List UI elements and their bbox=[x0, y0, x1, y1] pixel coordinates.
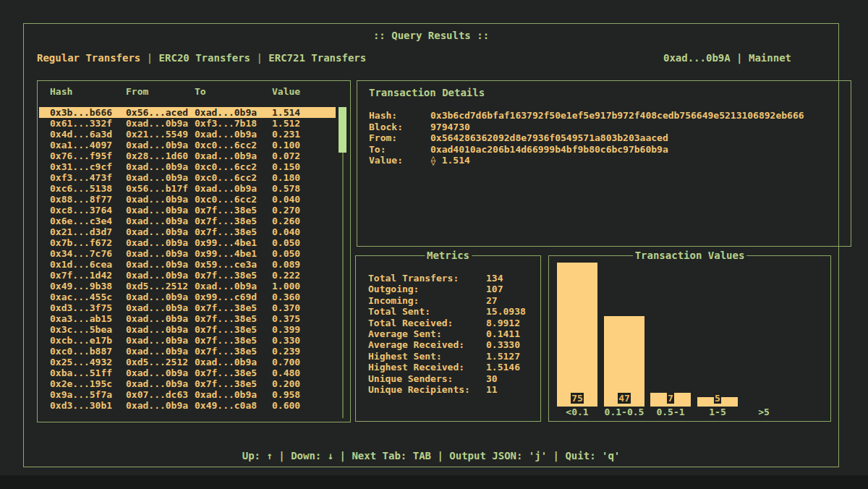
table-row[interactable]: 0x61...332f0xad...0b9a0xf3...7b181.512 bbox=[39, 118, 336, 129]
table-cell: 0xad...0b9a bbox=[126, 335, 195, 346]
table-cell: 0.239 bbox=[272, 346, 336, 357]
table-row[interactable]: 0x7b...f6720xad...0b9a0x99...4be10.050 bbox=[39, 237, 336, 248]
table-cell: 0xad...0b9a bbox=[126, 270, 195, 281]
table-cell: 0.260 bbox=[272, 216, 336, 226]
table-row[interactable]: 0x25...49320xd5...25120xad...0b9a0.700 bbox=[39, 357, 336, 367]
scrollbar-thumb[interactable] bbox=[339, 107, 346, 153]
table-cell: 0x7f...38e5 bbox=[195, 270, 272, 281]
table-cell: 0xac...455c bbox=[50, 292, 126, 302]
table-rows: 0x3b...b6660x56...aced0xad...0b9a1.5140x… bbox=[39, 107, 336, 411]
x-axis-label: 0.5-1 bbox=[650, 407, 691, 418]
table-cell: 0xad...0b9a bbox=[126, 324, 195, 335]
table-row[interactable]: 0x49...9b380xd5...25120xad...0b9a1.000 bbox=[39, 281, 336, 292]
table-row[interactable]: 0xf3...473f0xad...0b9a0xc0...6cc20.180 bbox=[39, 172, 336, 183]
tab-regular-transfers[interactable]: Regular Transfers bbox=[37, 52, 140, 64]
metrics-panel: Metrics Total Transfers:134Outgoing:107I… bbox=[355, 255, 541, 422]
table-cell: 0x59...ce3a bbox=[195, 259, 272, 270]
details-field: To:0xad4010ac206b14d66999b4bf9b80c6bc97b… bbox=[369, 144, 804, 156]
tab-erc20-transfers[interactable]: ERC20 Transfers bbox=[159, 52, 250, 64]
table-row[interactable]: 0x31...c9cf0xad...0b9a0xc0...6cc20.150 bbox=[39, 161, 336, 172]
bar-chart: 75<0.1470.1-0.570.5-151-5>5 bbox=[549, 256, 830, 421]
tabs: Regular Transfers | ERC20 Transfers | ER… bbox=[37, 52, 366, 64]
transfers-table-panel: HashFromToValue 0x3b...b6660x56...aced0x… bbox=[37, 80, 351, 422]
bar-count-label: 7 bbox=[650, 393, 691, 404]
table-cell: 0xc0...6cc2 bbox=[195, 172, 272, 183]
metric-label: Total Transfers: bbox=[368, 273, 486, 284]
table-row[interactable]: 0x2e...195c0xad...0b9a0x7f...38e50.200 bbox=[39, 378, 336, 389]
account-separator-glyph: | bbox=[736, 52, 742, 64]
field-value: 9794730 bbox=[430, 122, 470, 133]
table-cell: 0.480 bbox=[272, 367, 336, 378]
table-cell: 0x76...f95f bbox=[50, 150, 126, 161]
metric-item: Total Transfers:134 bbox=[368, 273, 526, 284]
table-row[interactable]: 0x88...8f770xad...0b9a0xc0...6cc20.040 bbox=[39, 194, 336, 205]
metric-item: Outgoing:107 bbox=[368, 284, 526, 294]
table-row[interactable]: 0xc6...51380x56...b17f0xad...0b9a0.578 bbox=[39, 183, 336, 194]
table-cell: 0xc0...6cc2 bbox=[195, 140, 272, 150]
table-row[interactable]: 0x34...7c760xad...0b9a0x99...4be10.050 bbox=[39, 248, 336, 259]
table-cell: 0.222 bbox=[272, 270, 336, 281]
table-row[interactable]: 0x7f...1d420xad...0b9a0x7f...38e50.222 bbox=[39, 270, 336, 281]
x-axis-label: 0.1-0.5 bbox=[604, 407, 644, 418]
table-cell: 0xad...0b9a bbox=[126, 161, 195, 172]
metric-item: Unique Senders:30 bbox=[368, 373, 526, 384]
table-cell: 0xd3...30b1 bbox=[50, 400, 126, 411]
table-row[interactable]: 0xa3...ab150xad...0b9a0x7f...38e50.375 bbox=[39, 313, 336, 324]
x-axis-label: >5 bbox=[744, 407, 784, 418]
table-row[interactable]: 0x1d...6cea0xad...0b9a0x59...ce3a0.089 bbox=[39, 259, 336, 270]
table-cell: 0x7f...38e5 bbox=[195, 302, 272, 313]
column-header: To bbox=[195, 86, 272, 97]
table-row[interactable]: 0xcb...e17b0xad...0b9a0x7f...38e50.330 bbox=[39, 335, 336, 346]
table-cell: 0x7f...38e5 bbox=[195, 313, 272, 324]
table-cell: 0x3b...b666 bbox=[50, 107, 126, 118]
table-row[interactable]: 0xd3...3f750xad...0b9a0x7f...38e50.370 bbox=[39, 302, 336, 313]
table-cell: 0.370 bbox=[272, 302, 336, 313]
table-row[interactable]: 0x21...d3d70xad...0b9a0x7f...38e50.040 bbox=[39, 226, 336, 237]
bar-count-label: 47 bbox=[604, 393, 644, 404]
table-cell: 0xc0...b887 bbox=[50, 346, 126, 357]
table-row[interactable]: 0xd3...30b10xad...0b9a0x49...c0a80.600 bbox=[39, 400, 336, 411]
table-cell: 0.150 bbox=[272, 161, 336, 172]
metric-value: 15.0938 bbox=[486, 306, 526, 317]
metric-value: 1.5146 bbox=[486, 362, 520, 373]
table-cell: 0xad...0b9a bbox=[126, 292, 195, 302]
details-field: Block:9794730 bbox=[369, 122, 804, 133]
table-row[interactable]: 0x6e...c3e40xad...0b9a0x7f...38e50.260 bbox=[39, 216, 336, 226]
table-row[interactable]: 0x3b...b6660x56...aced0xad...0b9a1.514 bbox=[39, 107, 336, 118]
table-cell: 0xd5...2512 bbox=[126, 281, 195, 292]
scrollbar-track[interactable] bbox=[342, 107, 344, 418]
table-row[interactable]: 0xac...455c0xad...0b9a0x99...c69d0.360 bbox=[39, 292, 336, 302]
metrics-items: Total Transfers:134Outgoing:107Incoming:… bbox=[368, 273, 526, 395]
table-row[interactable]: 0xba...51ff0xad...0b9a0x7f...38e50.480 bbox=[39, 367, 336, 378]
terminal-screen: :: Query Results :: Regular Transfers | … bbox=[0, 0, 868, 475]
table-row[interactable]: 0x4d...6a3d0x21...55490xad...0b9a0.231 bbox=[39, 129, 336, 140]
metric-label: Highest Sent: bbox=[368, 351, 486, 362]
table-cell: 0xba...51ff bbox=[50, 367, 126, 378]
tab-erc721-transfers[interactable]: ERC721 Transfers bbox=[268, 52, 366, 64]
table-cell: 0.270 bbox=[272, 205, 336, 216]
table-cell: 0x28...1d60 bbox=[126, 150, 195, 161]
table-cell: 0x7f...38e5 bbox=[195, 205, 272, 216]
metric-value: 8.9912 bbox=[486, 318, 520, 328]
table-cell: 0x7f...38e5 bbox=[195, 226, 272, 237]
table-cell: 0x7f...38e5 bbox=[195, 346, 272, 357]
table-cell: 0.375 bbox=[272, 313, 336, 324]
table-row[interactable]: 0xa1...40970xad...0b9a0xc0...6cc20.100 bbox=[39, 140, 336, 150]
table-cell: 0xad...0b9a bbox=[195, 357, 272, 367]
table-cell: 0x3c...5bea bbox=[50, 324, 126, 335]
field-label: To: bbox=[369, 144, 430, 156]
table-row[interactable]: 0x9a...5f7a0x07...dc630xad...0b9a0.958 bbox=[39, 389, 336, 400]
table-cell: 0x2e...195c bbox=[50, 378, 126, 389]
table-row[interactable]: 0xc8...37640xad...0b9a0x7f...38e50.270 bbox=[39, 205, 336, 216]
table-row[interactable]: 0xc0...b8870xad...0b9a0x7f...38e50.239 bbox=[39, 346, 336, 357]
metric-item: Average Received:0.3330 bbox=[368, 339, 526, 350]
bar-count-label: 5 bbox=[697, 393, 738, 404]
table-cell: 0xf3...473f bbox=[50, 172, 126, 183]
table-row[interactable]: 0x3c...5bea0xad...0b9a0x7f...38e50.399 bbox=[39, 324, 336, 335]
details-fields: Hash:0x3b6cd7d6bfaf163792f50e1ef5e917b97… bbox=[369, 110, 804, 166]
table-row[interactable]: 0x76...f95f0x28...1d600xad...0b9a0.072 bbox=[39, 150, 336, 161]
transaction-values-panel: Transaction Values 75<0.1470.1-0.570.5-1… bbox=[548, 255, 831, 422]
tab-separator: | bbox=[140, 52, 158, 64]
table-cell: 0x07...dc63 bbox=[126, 389, 195, 400]
table-cell: 0xf3...7b18 bbox=[195, 118, 272, 129]
